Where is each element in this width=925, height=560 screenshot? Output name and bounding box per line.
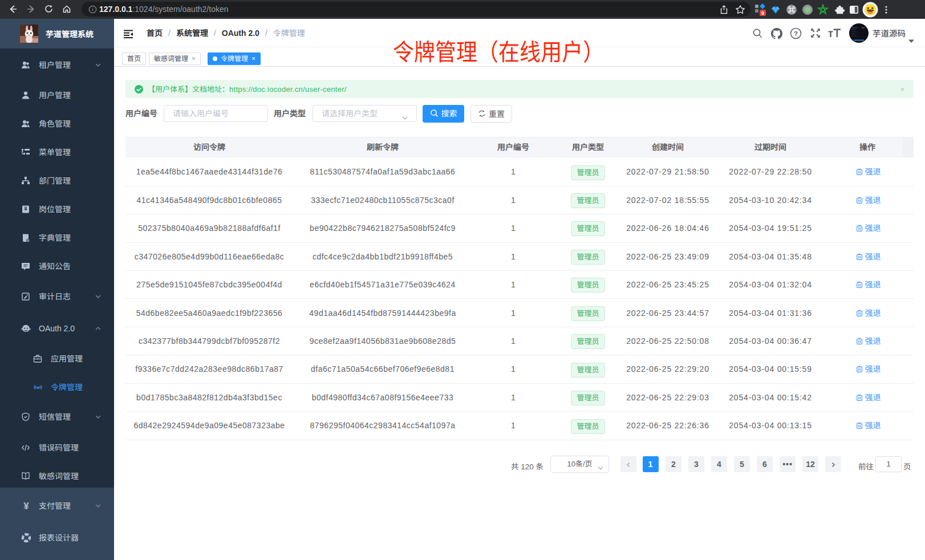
svg-text:¥: ¥: [23, 501, 29, 511]
svg-text:?: ?: [794, 30, 798, 37]
svg-text:a: a: [36, 385, 39, 390]
